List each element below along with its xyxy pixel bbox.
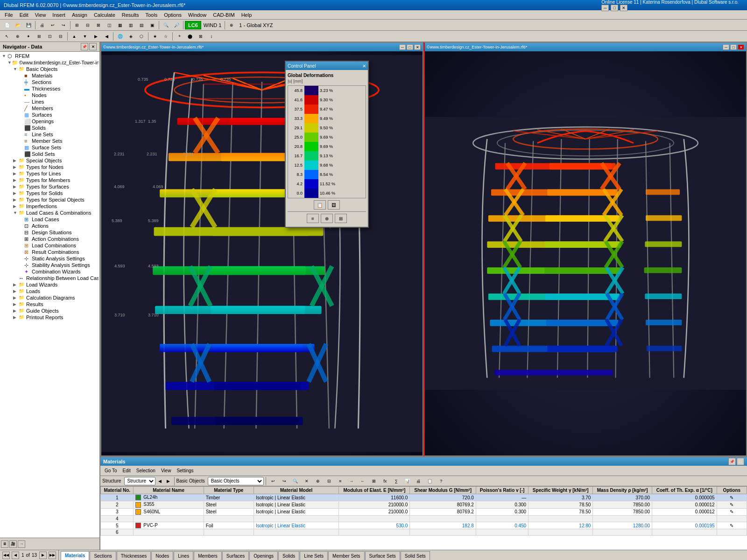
tree-lc-cases[interactable]: ⊞ Load Cases <box>18 216 99 223</box>
tree-special-objects[interactable]: ▶ 📁 Special Objects <box>12 157 99 164</box>
tree-types-solids[interactable]: ▶ 📁 Types for Solids <box>12 190 99 196</box>
open-btn[interactable]: 📂 <box>13 21 23 30</box>
view-close-left[interactable]: ✕ <box>414 44 421 50</box>
bp-edit-btn[interactable]: Edit <box>120 467 133 475</box>
nav-pin-btn[interactable]: 📌 <box>81 43 88 50</box>
menu-results[interactable]: Results <box>119 11 142 19</box>
tree-surfaces[interactable]: ▦ Surfaces <box>18 112 99 118</box>
menu-assign[interactable]: Assign <box>69 11 90 19</box>
tree-member-sets[interactable]: ≡ Member Sets <box>18 138 99 144</box>
tb2-14[interactable]: ★ <box>150 32 160 41</box>
tree-guide-objects[interactable]: ▶ 📁 Guide Objects <box>12 308 99 314</box>
zoom-in[interactable]: 🔍 <box>161 21 171 30</box>
th-type[interactable]: Material Type <box>204 487 254 494</box>
bp-tb15[interactable]: 📋 <box>425 476 435 486</box>
view-canvas-left[interactable]: 0.735 0.735 0.735 0.735 1.317 1.35 2.231… <box>101 51 423 455</box>
bp-tb11[interactable]: fx <box>380 476 390 486</box>
print-btn[interactable]: 🖨 <box>37 21 47 30</box>
tab-surface-sets[interactable]: Surface Sets <box>365 551 400 560</box>
edit-icon[interactable]: ✎ <box>730 509 733 514</box>
tb9[interactable]: ▤ <box>136 21 147 30</box>
tb7[interactable]: ▦ <box>115 21 125 30</box>
tree-loads[interactable]: ▶ 📁 Loads <box>12 288 99 294</box>
save-btn[interactable]: 💾 <box>23 21 34 30</box>
tb2-8[interactable]: ▼ <box>80 32 90 41</box>
tree-types-nodes[interactable]: ▶ 📁 Types for Nodes <box>12 164 99 170</box>
bp-tb2[interactable]: ↪ <box>279 476 289 486</box>
tb2-3[interactable]: ✦ <box>23 32 34 41</box>
menu-insert[interactable]: Insert <box>49 11 68 19</box>
tb2-1[interactable]: ↖ <box>2 32 12 41</box>
tree-rfem[interactable]: ▼ ⬡ RFEM <box>1 53 99 59</box>
tab-solids[interactable]: Solids <box>278 551 299 560</box>
coord-btn[interactable]: ⊕ <box>226 21 237 30</box>
th-e[interactable]: Modulus of Elast. E [N/mm²] <box>339 487 410 494</box>
th-model[interactable]: Material Model <box>254 487 338 494</box>
th-rho[interactable]: Mass Density ρ [kg/m³] <box>593 487 652 494</box>
table-row[interactable]: 3 S460NL Steel Isotropic | Linear Elasti… <box>101 508 747 515</box>
tree-openings[interactable]: ⬜ Openings <box>18 118 99 125</box>
tb2-19[interactable]: ↕ <box>206 32 217 41</box>
redo-btn[interactable]: ↪ <box>58 21 69 30</box>
bp-selection-btn[interactable]: Selection <box>134 467 158 475</box>
tree-solid-sets[interactable]: ⬛ Solid Sets <box>18 151 99 157</box>
tab-lines[interactable]: Lines <box>174 551 193 560</box>
bp-tb13[interactable]: 📊 <box>402 476 413 486</box>
zoom-out[interactable]: 🔎 <box>171 21 182 30</box>
tree-types-members[interactable]: ▶ 📁 Types for Members <box>12 177 99 183</box>
minimize-btn[interactable]: ─ <box>601 5 609 11</box>
tree-types-special[interactable]: ▶ 📁 Types for Special Objects <box>12 196 99 203</box>
tree-sections[interactable]: ╪ Sections <box>18 79 99 85</box>
bp-tb14[interactable]: 🖨 <box>414 476 424 486</box>
tb2-13[interactable]: ⬡ <box>136 32 147 41</box>
cp-tb2[interactable]: ⊕ <box>321 214 333 223</box>
menu-edit[interactable]: Edit <box>17 11 31 19</box>
tab-materials[interactable]: Materials <box>61 551 89 560</box>
cp-tb3[interactable]: ⊞ <box>335 214 347 223</box>
tree-results[interactable]: ▶ 📁 Results <box>12 301 99 308</box>
tb10[interactable]: ▣ <box>147 21 157 30</box>
tb2-7[interactable]: ▲ <box>69 32 79 41</box>
bp-goto-btn[interactable]: Go To <box>102 467 120 475</box>
menu-file[interactable]: File <box>2 11 16 19</box>
menu-view[interactable]: View <box>32 11 49 19</box>
view-canvas-right[interactable] <box>425 51 746 455</box>
tab-sections[interactable]: Sections <box>90 551 116 560</box>
th-gamma[interactable]: Specific Weight γ [kN/m³] <box>529 487 593 494</box>
table-row[interactable]: 1 GL24h Timber Isotropic | Linear Elasti… <box>101 494 747 501</box>
bp-restore-btn[interactable]: □ <box>737 458 744 465</box>
bp-tb4[interactable]: ✕ <box>302 476 312 486</box>
view-min-right[interactable]: ─ <box>723 44 729 50</box>
last-page-btn[interactable]: ▶▶ <box>49 552 56 559</box>
bp-tb8[interactable]: → <box>346 476 357 486</box>
tree-imperfections[interactable]: ▶ 📁 Imperfections <box>12 203 99 210</box>
tree-load-comb[interactable]: ⊞ Load Combinations <box>18 242 99 249</box>
tb2-9[interactable]: ▶ <box>91 32 101 41</box>
view-min-left[interactable]: ─ <box>399 44 406 50</box>
th-options[interactable]: Options <box>717 487 747 494</box>
tb6[interactable]: ◫ <box>104 21 114 30</box>
menu-calculate[interactable]: Calculate <box>91 11 118 19</box>
cp-close-btn[interactable]: ✕ <box>362 63 366 69</box>
nav-close-btn[interactable]: ✕ <box>89 43 97 50</box>
tree-static-analysis[interactable]: ⊹ Static Analysis Settings <box>18 255 99 262</box>
tree-comb-wizards[interactable]: ✦ Combination Wizards <box>18 268 99 275</box>
tab-members[interactable]: Members <box>194 551 222 560</box>
menu-options[interactable]: Options <box>161 11 184 19</box>
tree-load-wizards[interactable]: ▶ 📁 Load Wizards <box>12 281 99 288</box>
tab-openings[interactable]: Openings <box>249 551 278 560</box>
tree-thicknesses[interactable]: ▬ Thicknesses <box>18 85 99 92</box>
prev-page-btn[interactable]: ◀ <box>12 552 19 559</box>
th-alpha[interactable]: Coeff. of Th. Exp. α [1/°C] <box>652 487 717 494</box>
bp-nav-next[interactable]: ▶ <box>165 477 172 485</box>
bp-tb7[interactable]: ≡ <box>335 476 345 486</box>
next-page-btn[interactable]: ▶ <box>39 552 47 559</box>
table-row[interactable]: 5 PVC-P Foil Isotropic | Linear Elastic … <box>101 522 747 529</box>
tab-nodes[interactable]: Nodes <box>151 551 173 560</box>
tree-load-cases[interactable]: ▼ 📁 Load Cases & Combinations <box>12 210 99 216</box>
edit-icon[interactable]: ✎ <box>730 523 733 528</box>
tab-member-sets[interactable]: Member Sets <box>328 551 364 560</box>
load-case-dropdown[interactable]: LC6 <box>185 21 201 29</box>
menu-window[interactable]: Window <box>185 11 209 19</box>
tree-nodes[interactable]: • Nodes <box>18 92 99 98</box>
